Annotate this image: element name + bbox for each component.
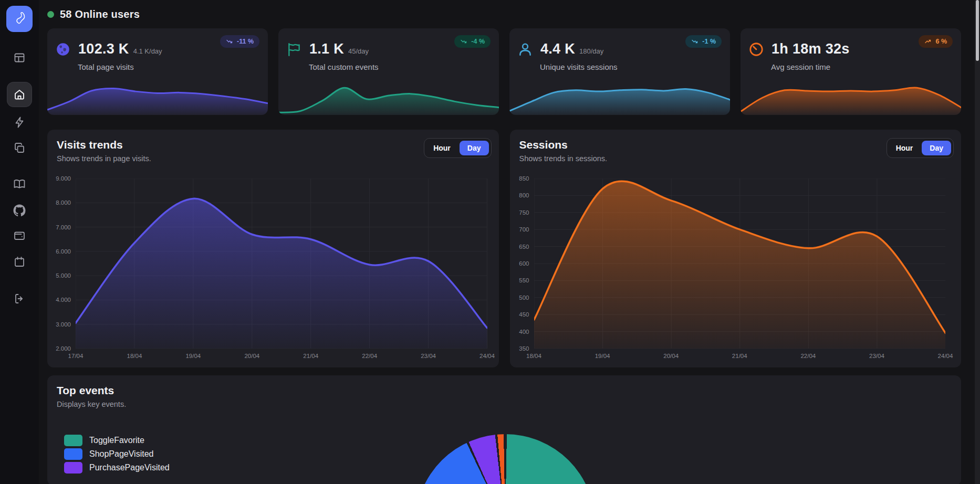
- page-header: 58 Online users: [47, 0, 961, 28]
- sessions-panel: Sessions Shows trends in sessions. Hour …: [510, 130, 962, 367]
- trend-up-icon: [924, 38, 932, 45]
- trend-badge-value: -4 %: [471, 38, 485, 45]
- stat-value: 1h 18m 32s: [772, 41, 850, 57]
- toggle-hour-button[interactable]: Hour: [889, 141, 920, 155]
- logo-swirl-icon: [12, 10, 27, 28]
- legend-swatch: [64, 448, 82, 460]
- sidebar-item-billing[interactable]: [8, 225, 30, 247]
- session-time-sparkline: [741, 80, 961, 115]
- sidebar: [0, 0, 39, 484]
- trend-badge-value: -1 %: [702, 38, 716, 45]
- app-logo[interactable]: [6, 6, 33, 32]
- legend-item-shoppagevisited[interactable]: ShopPageVisited: [64, 448, 170, 460]
- copy-icon: [13, 142, 26, 154]
- custom-events-sparkline: [278, 80, 499, 115]
- visits-area-plot: [76, 178, 487, 349]
- legend-label: PurchasePageVisited: [89, 463, 170, 472]
- toggle-day-button[interactable]: Day: [922, 141, 951, 155]
- stat-card-total-page-visits: 102.3 K 4.1 K/day -11 % Total page visit…: [47, 28, 268, 115]
- legend-label: ToggleFavorite: [89, 436, 144, 445]
- sidebar-item-home[interactable]: [7, 82, 32, 107]
- legend-swatch: [64, 462, 82, 474]
- sidebar-item-calendar[interactable]: [8, 251, 30, 273]
- trend-down-icon: [691, 38, 698, 45]
- sidebar-item-dashboard[interactable]: [8, 47, 30, 69]
- timer-icon: [748, 41, 764, 57]
- trend-badge: -4 %: [454, 35, 491, 48]
- page-visits-sparkline: [47, 80, 268, 115]
- visits-y-axis: 9.0008.0007.0006.0005.0004.0003.0002.000: [48, 178, 76, 349]
- top-events-legend: ToggleFavorite ShopPageVisited PurchaseP…: [64, 435, 170, 474]
- visits-interval-toggle: Hour Day: [424, 138, 491, 158]
- visits-trends-chart: 9.0008.0007.0006.0005.0004.0003.0002.000…: [76, 178, 487, 349]
- lightning-icon: [13, 116, 26, 129]
- stat-cards-row: 102.3 K 4.1 K/day -11 % Total page visit…: [47, 28, 961, 115]
- sidebar-item-github[interactable]: [8, 199, 30, 222]
- wallet-icon: [13, 229, 26, 242]
- panel-subtitle: Displays key events.: [47, 397, 961, 408]
- trend-badge: -11 %: [220, 35, 259, 48]
- sessions-x-axis: 18/0419/0420/0421/0422/0423/0424/04: [534, 349, 946, 361]
- logout-icon: [13, 292, 26, 305]
- visits-trends-panel: Visits trends Shows trends in page visit…: [47, 130, 499, 367]
- sidebar-item-pages[interactable]: [8, 137, 30, 159]
- stat-label: Total custom events: [309, 62, 499, 71]
- online-status-dot: [47, 11, 54, 18]
- layout-icon: [13, 51, 26, 64]
- trend-badge-value: 6 %: [935, 38, 947, 45]
- panel-title: Top events: [47, 375, 961, 397]
- sessions-chart: 850800750700650600550500450400350 18/041…: [534, 178, 946, 349]
- github-icon: [13, 204, 26, 217]
- sessions-area-plot: [534, 178, 946, 349]
- stat-value: 1.1 K: [309, 41, 344, 57]
- trend-badge: -1 %: [685, 35, 722, 48]
- toggle-day-button[interactable]: Day: [460, 141, 489, 155]
- calendar-icon: [13, 256, 26, 268]
- main-content: 58 Online users 102.3 K 4.1 K/day -11 % …: [39, 0, 980, 484]
- home-icon: [13, 88, 26, 101]
- toggle-hour-button[interactable]: Hour: [426, 141, 457, 155]
- stat-value: 4.4 K: [540, 41, 575, 57]
- book-icon: [13, 178, 26, 191]
- scrollbar-thumb[interactable]: [976, 0, 979, 61]
- stat-card-avg-session-time: 1h 18m 32s 6 % Avg session time: [741, 28, 961, 115]
- stat-card-unique-visits: 4.4 K 180/day -1 % Unique visits session…: [509, 28, 730, 115]
- legend-item-purchasepagevisited[interactable]: PurchasePageVisited: [64, 462, 170, 474]
- sessions-interval-toggle: Hour Day: [887, 138, 954, 158]
- trend-down-icon: [226, 38, 233, 45]
- top-events-panel: Top events Displays key events. ToggleFa…: [47, 375, 961, 484]
- stat-card-custom-events: 1.1 K 45/day -4 % Total custom events: [278, 28, 499, 115]
- analytics-dashboard: 58 Online users 102.3 K 4.1 K/day -11 % …: [0, 0, 980, 484]
- stat-label: Avg session time: [771, 62, 961, 71]
- stat-value: 102.3 K: [78, 41, 129, 57]
- stat-rate: 180/day: [579, 47, 603, 55]
- visits-x-axis: 17/0418/0419/0420/0421/0422/0423/0424/04: [76, 349, 487, 361]
- stat-label: Unique visits sessions: [540, 62, 730, 71]
- top-events-pie-chart: [415, 434, 595, 484]
- sessions-y-axis: 850800750700650600550500450400350: [507, 178, 534, 349]
- trend-panels-row: Visits trends Shows trends in page visit…: [47, 130, 961, 367]
- trend-down-icon: [460, 38, 467, 45]
- user-icon: [517, 41, 533, 57]
- stat-label: Total page visits: [78, 62, 268, 71]
- legend-swatch: [64, 435, 82, 446]
- flag-icon: [286, 41, 302, 57]
- unique-visits-sparkline: [509, 80, 730, 115]
- online-users-title: 58 Online users: [60, 8, 140, 20]
- legend-item-togglefavorite[interactable]: ToggleFavorite: [64, 435, 170, 446]
- sidebar-item-docs[interactable]: [8, 173, 30, 195]
- sidebar-item-logout[interactable]: [8, 288, 30, 310]
- stat-rate: 45/day: [348, 47, 369, 55]
- scrollbar[interactable]: [975, 0, 980, 484]
- trend-badge: 6 %: [919, 35, 953, 48]
- stat-rate: 4.1 K/day: [133, 47, 162, 55]
- sidebar-item-events[interactable]: [8, 111, 30, 133]
- trend-badge-value: -11 %: [237, 38, 254, 45]
- legend-label: ShopPageVisited: [89, 449, 153, 459]
- globe-icon: [55, 41, 71, 57]
